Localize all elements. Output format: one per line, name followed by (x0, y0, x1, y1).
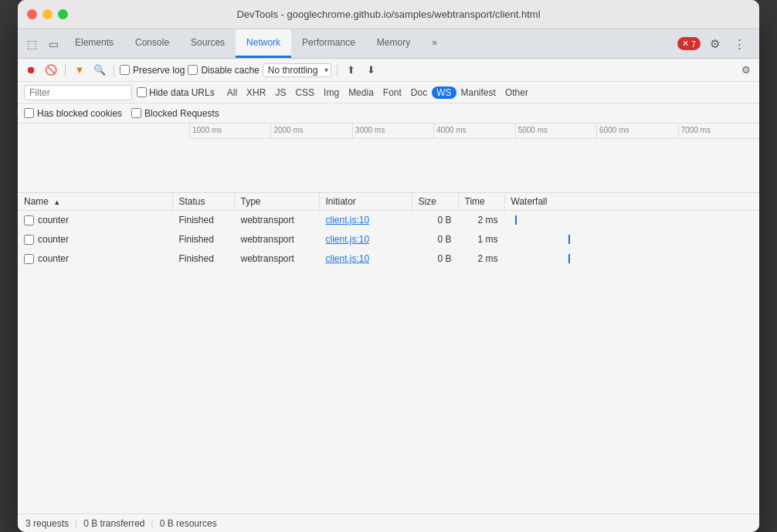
row-checkbox[interactable] (24, 235, 34, 245)
initiator-link[interactable]: client.js:10 (326, 215, 370, 225)
devtools-icons: ✕ 7 ⚙ ⋮ (677, 33, 756, 55)
filter-font[interactable]: Font (378, 86, 406, 99)
col-header-status[interactable]: Status (172, 193, 234, 211)
filter-all[interactable]: All (222, 86, 242, 99)
time-cell: 1 ms (458, 230, 504, 249)
row-checkbox[interactable] (24, 254, 34, 264)
col-header-initiator[interactable]: Initiator (319, 193, 412, 211)
row-name: counter (38, 234, 69, 245)
table-row[interactable]: counter Finished webtransport client.js:… (18, 230, 759, 249)
status-cell: Finished (172, 230, 234, 249)
waterfall-bar (568, 235, 570, 244)
timeline-ticks: 1000 ms 2000 ms 3000 ms 4000 ms 5000 ms … (189, 124, 759, 139)
row-checkbox[interactable] (24, 215, 34, 225)
filter-ws[interactable]: WS (432, 86, 456, 99)
error-icon: ✕ (682, 39, 689, 49)
network-settings-icon[interactable]: ⚙ (738, 62, 755, 79)
initiator-cell: client.js:10 (319, 230, 412, 249)
filter-input[interactable] (24, 85, 132, 100)
maximize-button[interactable] (58, 9, 68, 19)
col-header-waterfall[interactable]: Waterfall (504, 193, 759, 211)
tab-memory[interactable]: Memory (366, 29, 421, 58)
toolbar-separator-2 (114, 64, 114, 76)
col-header-time[interactable]: Time (458, 193, 504, 211)
blocked-requests-checkbox[interactable] (131, 108, 141, 118)
initiator-link[interactable]: client.js:10 (326, 234, 370, 245)
export-har-icon[interactable]: ⬇ (363, 62, 380, 79)
time-cell: 2 ms (458, 211, 504, 230)
filter-img[interactable]: Img (319, 86, 344, 99)
error-count: 7 (691, 39, 696, 49)
blocked-requests-label[interactable]: Blocked Requests (131, 108, 219, 119)
inspect-icon[interactable]: ⬚ (21, 33, 42, 55)
record-button[interactable]: ⏺ (22, 62, 39, 79)
tick-3000: 3000 ms (352, 124, 433, 138)
row-name: counter (38, 253, 69, 264)
filter-other[interactable]: Other (500, 86, 533, 99)
tick-6000: 6000 ms (596, 124, 677, 138)
initiator-link[interactable]: client.js:10 (326, 253, 370, 264)
tab-performance[interactable]: Performance (291, 29, 366, 58)
tick-2000: 2000 ms (270, 124, 351, 138)
status-bar: 3 requests | 0 B transferred | 0 B resou… (18, 513, 759, 532)
preserve-log-checkbox[interactable] (120, 65, 130, 75)
search-icon[interactable]: 🔍 (91, 62, 108, 79)
import-har-icon[interactable]: ⬆ (343, 62, 360, 79)
initiator-cell: client.js:10 (319, 249, 412, 269)
filter-media[interactable]: Media (344, 86, 378, 99)
hide-data-urls-label[interactable]: Hide data URLs (137, 87, 215, 98)
filter-bar: Hide data URLs All XHR JS CSS Img Media … (18, 82, 759, 103)
preserve-log-label[interactable]: Preserve log (120, 65, 185, 76)
error-badge[interactable]: ✕ 7 (677, 37, 701, 50)
filter-manifest[interactable]: Manifest (456, 86, 500, 99)
waterfall-cell (504, 211, 759, 230)
tick-5000: 5000 ms (515, 124, 596, 138)
requests-count: 3 requests (25, 518, 69, 529)
filter-js[interactable]: JS (270, 86, 290, 99)
clear-button[interactable]: 🚫 (42, 62, 59, 79)
filter-xhr[interactable]: XHR (242, 86, 270, 99)
devtools-window: DevTools - googlechrome.github.io/sample… (18, 0, 759, 532)
sort-icon: ▲ (53, 198, 60, 206)
tick-4000: 4000 ms (433, 124, 514, 138)
type-cell: webtransport (234, 211, 319, 230)
device-icon[interactable]: ▭ (42, 33, 64, 55)
waterfall-bar (568, 254, 570, 263)
col-header-name[interactable]: Name ▲ (18, 193, 172, 211)
waterfall-cell (504, 249, 759, 269)
initiator-cell: client.js:10 (319, 211, 412, 230)
name-cell: counter (18, 211, 172, 230)
more-options-icon[interactable]: ⋮ (728, 33, 750, 55)
hide-data-urls-checkbox[interactable] (137, 87, 147, 97)
table-body: counter Finished webtransport client.js:… (18, 211, 759, 269)
filter-icon[interactable]: ▼ (71, 62, 88, 79)
throttle-select[interactable]: No throttling Fast 3G Slow 3G Offline (263, 63, 331, 77)
minimize-button[interactable] (42, 9, 53, 19)
tab-network[interactable]: Network (236, 29, 291, 58)
filter-doc[interactable]: Doc (406, 86, 432, 99)
filter-css[interactable]: CSS (290, 86, 319, 99)
settings-icon[interactable]: ⚙ (704, 33, 725, 55)
tab-elements[interactable]: Elements (64, 29, 124, 58)
table-row[interactable]: counter Finished webtransport client.js:… (18, 211, 759, 230)
close-button[interactable] (27, 9, 37, 19)
has-blocked-cookies-checkbox[interactable] (24, 108, 34, 118)
disable-cache-label[interactable]: Disable cache (188, 65, 259, 76)
toolbar-separator-1 (65, 64, 66, 76)
has-blocked-cookies-label[interactable]: Has blocked cookies (24, 108, 122, 119)
time-cell: 2 ms (458, 249, 504, 269)
name-cell: counter (18, 249, 172, 269)
scrollable-area[interactable]: Name ▲ Status Type Initiator (18, 193, 759, 513)
col-header-size[interactable]: Size (412, 193, 458, 211)
waterfall-cell (504, 230, 759, 249)
table-row[interactable]: counter Finished webtransport client.js:… (18, 249, 759, 269)
col-header-type[interactable]: Type (234, 193, 319, 211)
tab-sources[interactable]: Sources (180, 29, 236, 58)
tab-console[interactable]: Console (124, 29, 180, 58)
tab-more[interactable]: » (421, 29, 448, 58)
toolbar-separator-3 (337, 64, 338, 76)
table-header-row: Name ▲ Status Type Initiator (18, 193, 759, 211)
timeline-header: 1000 ms 2000 ms 3000 ms 4000 ms 5000 ms … (18, 124, 759, 193)
disable-cache-checkbox[interactable] (188, 65, 198, 75)
transferred-size: 0 B transferred (83, 518, 144, 529)
